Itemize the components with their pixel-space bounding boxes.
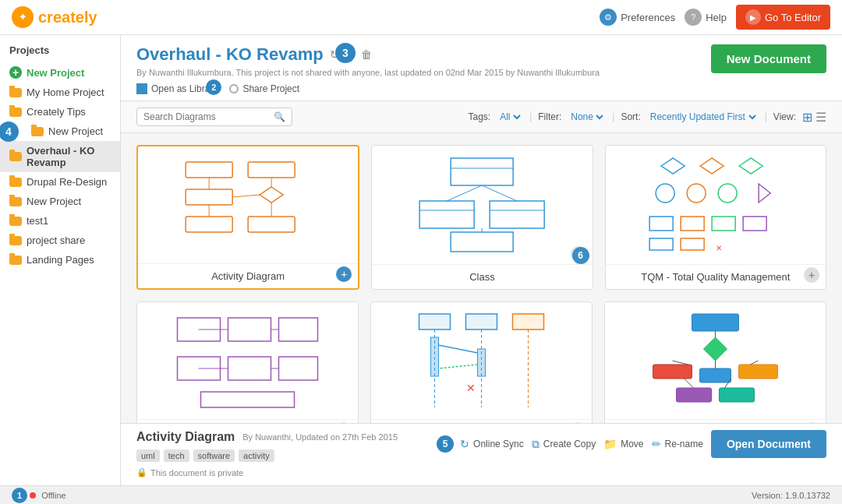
online-sync-button[interactable]: ↻ Online Sync: [460, 438, 524, 450]
list-view-icon[interactable]: ☰: [815, 110, 826, 125]
svg-line-10: [232, 195, 260, 197]
folder-icon: [9, 178, 22, 187]
svg-rect-61: [739, 365, 778, 379]
sidebar-item-project-share[interactable]: project share: [0, 231, 120, 250]
activity-diagram-svg: [146, 154, 350, 256]
folder-icon: [9, 236, 22, 245]
diagram-card-activity[interactable]: Activity Diagram +: [136, 145, 359, 290]
diagram-grid: Activity Diagram +: [121, 133, 842, 423]
svg-rect-33: [681, 238, 704, 250]
diagram-card-class[interactable]: Class + 6: [371, 145, 593, 290]
project-header-top: Overhaul - KO Revamp ↻ ✏ 🗑 3 By Nuwanthi…: [136, 44, 826, 94]
search-box[interactable]: 🔍: [136, 107, 292, 126]
sidebar-item-creately-tips[interactable]: Creately Tips: [0, 102, 120, 122]
svg-rect-52: [431, 337, 439, 376]
doc-info: Activity Diagram By Nuwanthi, Updated on…: [136, 430, 398, 478]
filter-sep-2: |: [612, 111, 614, 122]
sidebar-item-overhaul[interactable]: Overhaul - KO Revamp: [0, 141, 120, 172]
grid-view-icon[interactable]: ⊞: [802, 110, 812, 125]
svg-rect-59: [653, 365, 692, 379]
svg-rect-0: [186, 162, 232, 178]
rename-button[interactable]: ✏ Re-name: [652, 438, 703, 450]
sidebar-title: Projects: [0, 44, 120, 62]
sidebar-item-new-project-2[interactable]: New Project: [0, 192, 120, 211]
folder-icon: [9, 197, 22, 206]
folder-icon: [31, 127, 44, 136]
content-area: Overhaul - KO Revamp ↻ ✏ 🗑 3 By Nuwanthi…: [121, 35, 842, 485]
sort-select[interactable]: Recently Updated First: [647, 111, 759, 123]
tags-select[interactable]: All: [497, 111, 523, 123]
lock-icon: 🔒: [136, 467, 147, 478]
svg-line-55: [439, 365, 478, 368]
share-icon: [229, 84, 239, 93]
diagram-preview-db: [137, 302, 358, 419]
badge-5: 5: [437, 435, 454, 453]
svg-rect-39: [228, 357, 271, 380]
plus-icon: +: [9, 66, 22, 79]
diagram-add-btn-tqm[interactable]: +: [804, 267, 819, 283]
svg-rect-30: [712, 217, 735, 231]
search-input[interactable]: [143, 111, 274, 122]
diagram-card-tqm[interactable]: ✕ TQM - Total Quality Management +: [605, 145, 826, 290]
filter-select[interactable]: None: [568, 111, 606, 123]
sidebar-item-new-project-1[interactable]: 4 New Project: [0, 122, 120, 141]
diagram-label-support: Creately Support: [605, 419, 826, 423]
diagram-label-db: V2- Database Diagram: [137, 419, 358, 423]
svg-rect-17: [451, 232, 513, 252]
svg-rect-47: [466, 314, 497, 330]
svg-rect-29: [681, 217, 704, 231]
sidebar-item-my-home[interactable]: My Home Project: [0, 83, 120, 102]
svg-rect-40: [279, 357, 318, 380]
sidebar-item-landing-pages[interactable]: Landing Pages: [0, 250, 120, 270]
folder-icon: [9, 152, 22, 161]
doc-tags: uml tech software activity: [136, 449, 398, 462]
svg-text:✕: ✕: [716, 244, 722, 252]
svg-rect-57: [692, 314, 739, 331]
sidebar-item-test1[interactable]: test1: [0, 211, 120, 231]
tag-tech: tech: [164, 449, 189, 462]
new-project-button[interactable]: + New Project: [0, 62, 120, 83]
logo-icon: ✦: [12, 6, 34, 28]
view-icons: ⊞ ☰: [802, 110, 826, 125]
move-button[interactable]: 📁 Move: [603, 438, 643, 450]
create-copy-button[interactable]: ⧉ Create Copy: [532, 438, 596, 451]
diagram-preview-activity: [138, 146, 358, 263]
svg-rect-48: [513, 314, 544, 330]
folder-icon: [9, 256, 22, 265]
svg-rect-37: [279, 318, 318, 341]
diagram-card-support[interactable]: Creately Support +: [604, 301, 826, 423]
diagram-card-seq[interactable]: ✕ V3-Sequence - UML +: [370, 301, 593, 423]
svg-marker-58: [704, 337, 727, 361]
diagram-card-db[interactable]: V2- Database Diagram +: [136, 301, 359, 423]
svg-rect-11: [451, 158, 513, 185]
sidebar-item-drupal[interactable]: Drupal Re-Design: [0, 172, 120, 192]
goto-editor-button[interactable]: ▶ Go To Editor: [736, 5, 830, 30]
svg-text:✕: ✕: [466, 382, 476, 394]
support-diagram-svg: [613, 310, 818, 411]
badge-1: 1: [12, 488, 27, 503]
delete-icon[interactable]: 🗑: [361, 48, 372, 61]
svg-line-18: [447, 185, 482, 201]
project-actions: Open as Library 2 Share Project: [136, 83, 711, 94]
svg-rect-60: [700, 368, 731, 382]
doc-title: Activity Diagram: [136, 430, 235, 444]
bottom-bar: Activity Diagram By Nuwanthi, Updated on…: [121, 423, 842, 485]
svg-rect-4: [186, 217, 232, 232]
svg-point-24: [656, 184, 674, 203]
new-document-button[interactable]: New Document: [711, 44, 826, 73]
footer: 1 Offline Version: 1.9.0.13732: [0, 485, 842, 504]
svg-rect-15: [490, 201, 544, 228]
folder-icon: [9, 88, 22, 97]
filter-sep-1: |: [529, 111, 532, 122]
bottom-actions: ↻ Online Sync ⧉ Create Copy 📁 Move ✏ Re-…: [460, 430, 826, 458]
folder-icon: [9, 107, 22, 117]
svg-rect-13: [419, 201, 474, 228]
preferences-button[interactable]: ⚙ Preferences: [600, 9, 675, 26]
share-project-button[interactable]: 2 Share Project: [229, 83, 299, 94]
open-document-button[interactable]: Open Document: [711, 430, 826, 458]
svg-rect-2: [186, 189, 232, 205]
preferences-icon: ⚙: [600, 9, 617, 26]
diagram-preview-support: [605, 302, 826, 419]
sync-icon: ↻: [460, 438, 469, 450]
help-button[interactable]: ? Help: [685, 9, 727, 26]
